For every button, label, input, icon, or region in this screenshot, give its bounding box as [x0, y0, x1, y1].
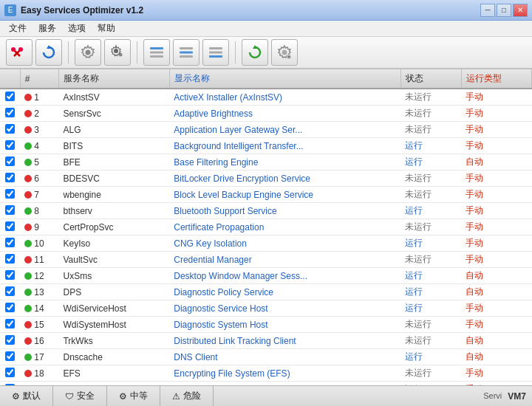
- danger-tab[interactable]: ⚠ 危险: [160, 386, 214, 406]
- row-checkbox[interactable]: [5, 156, 15, 166]
- menu-options[interactable]: 选项: [62, 21, 92, 36]
- status-dot: [24, 272, 32, 280]
- table-row[interactable]: 7wbengineBlock Level Backup Engine Servi…: [0, 187, 532, 203]
- table-row[interactable]: 17DnscacheDNS Client运行自动: [0, 349, 532, 365]
- table-row[interactable]: 4BITSBackground Intelligent Transfer...运…: [0, 138, 532, 154]
- list3-btn[interactable]: [202, 39, 229, 66]
- refresh-btn[interactable]: [35, 39, 62, 66]
- col-header-num: #: [20, 69, 58, 89]
- status-dot: [24, 175, 32, 182]
- table-row[interactable]: 6BDESVCBitLocker Drive Encryption Servic…: [0, 171, 532, 187]
- table-row[interactable]: 8bthservBluetooth Support Service运行手动: [0, 203, 532, 219]
- table-row[interactable]: 16TrkWksDistributed Link Tracking Client…: [0, 333, 532, 349]
- menu-help[interactable]: 幫助: [92, 21, 121, 36]
- row-checkbox[interactable]: [5, 238, 15, 247]
- svg-rect-16: [209, 55, 222, 58]
- row-type: 手动: [461, 122, 531, 138]
- table-row[interactable]: 9CertPropSvcCertificate Propagation未运行手动: [0, 219, 532, 235]
- table-row[interactable]: 11VaultSvcCredential Manager未运行手动: [0, 252, 532, 268]
- row-service-name: BFE: [58, 154, 169, 171]
- row-checkbox[interactable]: [5, 189, 15, 199]
- table-row[interactable]: 18EFSEncrypting File System (EFS)未运行手动: [0, 365, 532, 382]
- row-checkbox[interactable]: [5, 351, 15, 361]
- row-num: 9: [20, 219, 58, 235]
- menu-file[interactable]: 文件: [3, 21, 33, 36]
- config-btn[interactable]: [271, 39, 298, 66]
- settings-btn[interactable]: [75, 39, 101, 66]
- row-display-name: Certificate Propagation: [169, 219, 400, 235]
- toolbar-sep-2: [137, 41, 137, 63]
- row-checkbox[interactable]: [5, 108, 15, 117]
- row-checkbox[interactable]: [5, 270, 15, 280]
- svg-rect-8: [150, 47, 163, 49]
- row-status: 运行: [400, 284, 461, 300]
- medium-tab[interactable]: ⚙ 中等: [107, 386, 160, 406]
- safe-tab[interactable]: 🛡 安全: [53, 386, 107, 406]
- close-button[interactable]: ✕: [513, 4, 528, 17]
- col-header-display[interactable]: 显示名称: [169, 69, 400, 89]
- table-row[interactable]: 19EapHostExtensible Authentication Proto…: [0, 382, 532, 386]
- table-row[interactable]: 3ALGApplication Layer Gateway Ser...未运行手…: [0, 122, 532, 138]
- row-type: 自动: [461, 154, 531, 171]
- table-row[interactable]: 14WdiServiceHostDiagnostic Service Host运…: [0, 300, 532, 317]
- row-status: 运行: [400, 203, 461, 219]
- list1-btn[interactable]: [143, 39, 170, 66]
- col-header-service[interactable]: 服务名称: [58, 69, 169, 89]
- maximize-button[interactable]: □: [497, 4, 511, 17]
- row-status: 未运行: [400, 365, 461, 382]
- list2-btn[interactable]: [173, 39, 200, 66]
- row-num: 15: [20, 317, 58, 333]
- row-status: 未运行: [400, 187, 461, 203]
- row-checkbox[interactable]: [5, 92, 15, 101]
- row-checkbox-cell: [0, 268, 20, 284]
- refresh2-btn[interactable]: [242, 39, 268, 66]
- row-checkbox[interactable]: [5, 368, 15, 377]
- row-checkbox[interactable]: [5, 335, 15, 345]
- row-service-name: KeyIso: [58, 235, 169, 252]
- row-checkbox[interactable]: [5, 140, 15, 150]
- row-checkbox[interactable]: [5, 173, 15, 182]
- table-row[interactable]: 10KeyIsoCNG Key Isolation运行手动: [0, 235, 532, 252]
- row-service-name: BITS: [58, 138, 169, 154]
- row-checkbox[interactable]: [5, 303, 15, 312]
- row-display-name: Encrypting File System (EFS): [169, 365, 400, 382]
- row-checkbox[interactable]: [5, 124, 15, 134]
- status-dot: [24, 110, 32, 117]
- table-row[interactable]: 15WdiSystemHostDiagnostic System Host未运行…: [0, 317, 532, 333]
- minimize-button[interactable]: ─: [480, 4, 495, 17]
- row-status: 运行: [400, 382, 461, 386]
- row-display-name: Diagnostic Service Host: [169, 300, 400, 317]
- table-row[interactable]: 2SensrSvcAdaptive Brightness未运行手动: [0, 106, 532, 122]
- table-row[interactable]: 5BFEBase Filtering Engine运行自动: [0, 154, 532, 171]
- stop-service-btn[interactable]: [6, 39, 33, 66]
- row-checkbox[interactable]: [5, 319, 15, 328]
- row-checkbox[interactable]: [5, 221, 15, 231]
- row-display-name: Diagnostic System Host: [169, 317, 400, 333]
- table-row[interactable]: 1AxInstSVActiveX Installer (AxInstSV)未运行…: [0, 89, 532, 106]
- row-checkbox-cell: [0, 284, 20, 300]
- row-checkbox-cell: [0, 203, 20, 219]
- status-dot: [24, 191, 32, 199]
- status-dot: [24, 126, 32, 134]
- row-display-name: Credential Manager: [169, 252, 400, 268]
- table-row[interactable]: 13DPSDiagnostic Policy Service运行自动: [0, 284, 532, 300]
- row-status: 运行: [400, 349, 461, 365]
- row-status: 运行: [400, 235, 461, 252]
- col-header-type[interactable]: 运行类型: [461, 69, 531, 89]
- row-status: 运行: [400, 154, 461, 171]
- row-checkbox[interactable]: [5, 384, 15, 386]
- services-table-container[interactable]: # 服务名称 显示名称 状态 运行类型 1AxInstSVActiveX Ins…: [0, 69, 532, 385]
- table-row[interactable]: 12UxSmsDesktop Window Manager Sess...运行自…: [0, 268, 532, 284]
- row-status: 未运行: [400, 317, 461, 333]
- default-tab[interactable]: ⚙ 默认: [0, 386, 53, 406]
- row-display-name: Diagnostic Policy Service: [169, 284, 400, 300]
- danger-tab-label: 危险: [183, 390, 201, 402]
- row-checkbox[interactable]: [5, 254, 15, 264]
- settings2-btn[interactable]: [104, 39, 131, 66]
- row-checkbox-cell: [0, 171, 20, 187]
- menu-service[interactable]: 服务: [33, 21, 62, 36]
- row-checkbox[interactable]: [5, 205, 15, 215]
- svg-point-6: [114, 49, 118, 53]
- col-header-status[interactable]: 状态: [400, 69, 461, 89]
- row-checkbox[interactable]: [5, 286, 15, 296]
